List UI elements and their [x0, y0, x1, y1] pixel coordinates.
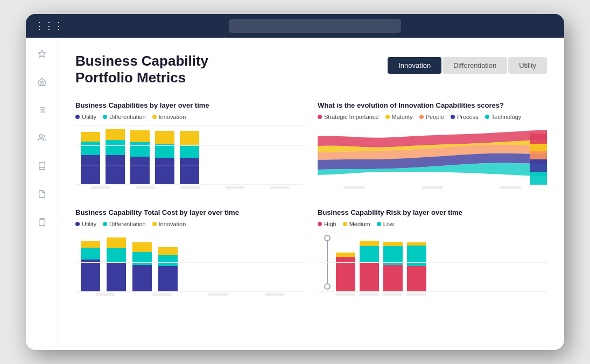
legend-dot-high	[318, 222, 322, 226]
tab-innovation[interactable]: Innovation	[388, 57, 441, 74]
legend-dot-technology	[485, 115, 489, 119]
sidebar-icon-file[interactable]	[34, 186, 50, 201]
bar-group	[360, 241, 379, 292]
page-title: Business Capability Portfolio Metrics	[75, 53, 208, 86]
legend-dot-innov	[152, 115, 157, 119]
svg-point-7	[39, 135, 42, 137]
sidebar-icon-clipboard[interactable]	[34, 214, 50, 229]
address-bar[interactable]	[229, 19, 401, 33]
chart-1-title: Business Capabilities by layer over time	[75, 101, 305, 109]
x-labels-1	[75, 185, 305, 189]
legend-utility: Utility	[75, 114, 96, 120]
bar-group	[336, 253, 355, 292]
chart-3-legend: Utility Differentiation Innovation	[75, 221, 305, 227]
chart-2-area	[318, 125, 547, 185]
bar-group	[158, 247, 178, 292]
bar-group	[155, 131, 174, 185]
bar-chart-1	[75, 125, 305, 185]
legend-dot-people	[419, 115, 424, 119]
legend-dot-strategic	[318, 115, 322, 119]
chart-2: What is the evolution of Innovation Capa…	[318, 101, 547, 195]
bar-group	[107, 237, 126, 292]
timeline	[323, 233, 332, 292]
legend-dot-innov-3	[152, 222, 157, 226]
chart-1-legend: Utility Differentiation Innovation	[75, 114, 305, 120]
legend-dot-process	[451, 115, 455, 119]
legend-dot-utility	[75, 115, 80, 119]
title-line1: Business Capability	[75, 53, 208, 69]
browser-grid-icon: ⋮⋮⋮	[34, 20, 64, 32]
title-line2: Portfolio Metrics	[75, 69, 208, 86]
legend-diff: Differentiation	[103, 114, 146, 120]
legend-dot-low	[377, 222, 381, 226]
sidebar-icon-home[interactable]	[34, 74, 50, 89]
browser-bar: ⋮⋮⋮	[26, 14, 564, 38]
bar-chart-3	[75, 233, 305, 292]
page-header: Business Capability Portfolio Metrics In…	[75, 53, 547, 86]
chart-4-legend: High Medium Low	[318, 221, 547, 227]
chart-3-area	[75, 233, 305, 303]
timeline-dot-top	[324, 235, 331, 241]
bar-group	[81, 241, 100, 292]
tab-group: Innovation Differentiation Utility	[388, 57, 547, 74]
browser-shell: ⋮⋮⋮	[26, 14, 564, 350]
bar-group	[130, 130, 150, 185]
legend-dot-utility-3	[75, 222, 80, 226]
legend-innov: Innovation	[152, 114, 186, 120]
bar-group	[132, 242, 152, 292]
chart-4-title: Business Capability Risk by layer over t…	[318, 208, 547, 216]
chart-3: Business Capability Total Cost by layer …	[75, 208, 305, 303]
legend-dot-diff	[103, 115, 107, 119]
chart-3-title: Business Capability Total Cost by layer …	[75, 208, 305, 216]
chart-2-legend: Strategic Importance Maturity People	[318, 114, 547, 120]
timeline-connector	[327, 241, 328, 283]
sidebar-icon-book[interactable]	[34, 158, 50, 173]
chart-4-area	[318, 233, 547, 303]
bar-group	[407, 242, 426, 292]
bar-group	[81, 132, 100, 185]
chart-4: Business Capability Risk by layer over t…	[318, 208, 547, 303]
main-content: Business Capability Portfolio Metrics In…	[58, 38, 564, 350]
chart-1-area	[75, 125, 305, 195]
chart-1: Business Capabilities by layer over time…	[75, 101, 305, 195]
svg-rect-8	[40, 218, 43, 220]
legend-dot-diff-3	[103, 222, 107, 226]
sidebar-icon-list[interactable]	[34, 102, 50, 117]
bar-group	[383, 242, 403, 292]
browser-body: Business Capability Portfolio Metrics In…	[26, 38, 564, 350]
timeline-dot-bottom	[324, 283, 331, 290]
charts-grid: Business Capabilities by layer over time…	[75, 101, 547, 303]
sidebar-icon-star[interactable]	[34, 46, 50, 61]
svg-marker-0	[38, 50, 45, 57]
chart-2-title: What is the evolution of Innovation Capa…	[318, 101, 547, 109]
legend-dot-medium	[343, 222, 347, 226]
tab-utility[interactable]: Utility	[508, 57, 547, 74]
bar-group	[180, 131, 199, 185]
sidebar	[26, 38, 58, 350]
legend-dot-maturity	[385, 115, 390, 119]
bar-group	[106, 129, 125, 185]
sidebar-icon-users[interactable]	[34, 130, 50, 145]
tab-differentiation[interactable]: Differentiation	[443, 57, 507, 74]
